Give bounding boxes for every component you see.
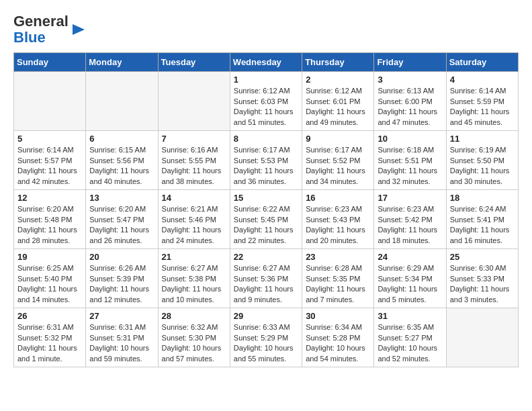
calendar-cell: 22Sunrise: 6:27 AMSunset: 5:36 PMDayligh… [230,249,302,308]
calendar-cell: 11Sunrise: 6:19 AMSunset: 5:50 PMDayligh… [446,131,518,190]
calendar-cell: 3Sunrise: 6:13 AMSunset: 6:00 PMDaylight… [374,72,446,131]
calendar-cell: 6Sunrise: 6:15 AMSunset: 5:56 PMDaylight… [86,131,158,190]
calendar-cell: 18Sunrise: 6:24 AMSunset: 5:41 PMDayligh… [446,190,518,249]
weekday-header: Saturday [446,53,518,72]
day-number: 14 [162,193,226,203]
calendar-cell [14,72,86,131]
calendar-cell: 26Sunrise: 6:31 AMSunset: 5:32 PMDayligh… [14,308,86,367]
calendar-cell: 1Sunrise: 6:12 AMSunset: 6:03 PMDaylight… [230,72,302,131]
cell-info: Sunrise: 6:24 AMSunset: 5:41 PMDaylight:… [450,204,515,246]
calendar-cell: 21Sunrise: 6:27 AMSunset: 5:38 PMDayligh… [158,249,230,308]
calendar-cell [86,72,158,131]
day-number: 10 [378,134,442,144]
calendar-cell: 9Sunrise: 6:17 AMSunset: 5:52 PMDaylight… [302,131,374,190]
cell-info: Sunrise: 6:20 AMSunset: 5:47 PMDaylight:… [89,204,154,246]
cell-info: Sunrise: 6:29 AMSunset: 5:34 PMDaylight:… [378,263,442,305]
calendar-cell: 25Sunrise: 6:30 AMSunset: 5:33 PMDayligh… [446,249,518,308]
day-number: 15 [234,193,298,203]
calendar-week-row: 5Sunrise: 6:14 AMSunset: 5:57 PMDaylight… [14,131,519,190]
cell-info: Sunrise: 6:20 AMSunset: 5:48 PMDaylight:… [17,204,82,246]
day-number: 7 [162,134,226,144]
day-number: 29 [234,311,298,321]
day-number: 8 [234,134,298,144]
calendar-cell: 28Sunrise: 6:32 AMSunset: 5:30 PMDayligh… [158,308,230,367]
day-number: 28 [162,311,226,321]
calendar-cell: 31Sunrise: 6:35 AMSunset: 5:27 PMDayligh… [374,308,446,367]
day-number: 26 [17,311,82,321]
calendar-cell: 24Sunrise: 6:29 AMSunset: 5:34 PMDayligh… [374,249,446,308]
cell-info: Sunrise: 6:30 AMSunset: 5:33 PMDaylight:… [450,263,515,305]
cell-info: Sunrise: 6:31 AMSunset: 5:31 PMDaylight:… [89,322,154,364]
logo: General Blue [13,13,86,46]
day-number: 22 [234,252,298,262]
calendar-cell: 17Sunrise: 6:23 AMSunset: 5:42 PMDayligh… [374,190,446,249]
calendar-week-row: 19Sunrise: 6:25 AMSunset: 5:40 PMDayligh… [14,249,519,308]
cell-info: Sunrise: 6:15 AMSunset: 5:56 PMDaylight:… [89,145,154,187]
calendar-cell: 12Sunrise: 6:20 AMSunset: 5:48 PMDayligh… [14,190,86,249]
cell-info: Sunrise: 6:17 AMSunset: 5:53 PMDaylight:… [234,145,298,187]
cell-info: Sunrise: 6:19 AMSunset: 5:50 PMDaylight:… [450,145,515,187]
day-number: 11 [450,134,515,144]
cell-info: Sunrise: 6:31 AMSunset: 5:32 PMDaylight:… [17,322,82,364]
day-number: 20 [89,252,154,262]
day-number: 4 [450,75,515,85]
day-number: 13 [89,193,154,203]
weekday-header: Thursday [302,53,374,72]
calendar-cell: 15Sunrise: 6:22 AMSunset: 5:45 PMDayligh… [230,190,302,249]
day-number: 9 [306,134,370,144]
day-number: 30 [306,311,370,321]
day-number: 12 [17,193,82,203]
calendar-cell [446,308,518,367]
day-number: 17 [378,193,442,203]
day-number: 18 [450,193,515,203]
cell-info: Sunrise: 6:26 AMSunset: 5:39 PMDaylight:… [89,263,154,305]
day-number: 1 [234,75,298,85]
calendar-week-row: 12Sunrise: 6:20 AMSunset: 5:48 PMDayligh… [14,190,519,249]
calendar-cell: 5Sunrise: 6:14 AMSunset: 5:57 PMDaylight… [14,131,86,190]
calendar-cell: 14Sunrise: 6:21 AMSunset: 5:46 PMDayligh… [158,190,230,249]
cell-info: Sunrise: 6:22 AMSunset: 5:45 PMDaylight:… [234,204,298,246]
calendar-header-row: SundayMondayTuesdayWednesdayThursdayFrid… [14,53,519,72]
calendar-cell: 27Sunrise: 6:31 AMSunset: 5:31 PMDayligh… [86,308,158,367]
day-number: 5 [17,134,82,144]
calendar-cell: 29Sunrise: 6:33 AMSunset: 5:29 PMDayligh… [230,308,302,367]
cell-info: Sunrise: 6:14 AMSunset: 5:57 PMDaylight:… [17,145,82,187]
calendar-cell: 16Sunrise: 6:23 AMSunset: 5:43 PMDayligh… [302,190,374,249]
day-number: 24 [378,252,442,262]
weekday-header: Friday [374,53,446,72]
cell-info: Sunrise: 6:16 AMSunset: 5:55 PMDaylight:… [162,145,226,187]
day-number: 19 [17,252,82,262]
cell-info: Sunrise: 6:23 AMSunset: 5:43 PMDaylight:… [306,204,370,246]
calendar-cell: 10Sunrise: 6:18 AMSunset: 5:51 PMDayligh… [374,131,446,190]
day-number: 25 [450,252,515,262]
calendar-cell: 13Sunrise: 6:20 AMSunset: 5:47 PMDayligh… [86,190,158,249]
cell-info: Sunrise: 6:18 AMSunset: 5:51 PMDaylight:… [378,145,442,187]
day-number: 23 [306,252,370,262]
calendar-cell: 23Sunrise: 6:28 AMSunset: 5:35 PMDayligh… [302,249,374,308]
calendar-cell: 30Sunrise: 6:34 AMSunset: 5:28 PMDayligh… [302,308,374,367]
cell-info: Sunrise: 6:27 AMSunset: 5:38 PMDaylight:… [162,263,226,305]
logo-text: General Blue [13,13,69,46]
cell-info: Sunrise: 6:12 AMSunset: 6:01 PMDaylight:… [306,86,370,128]
calendar-week-row: 1Sunrise: 6:12 AMSunset: 6:03 PMDaylight… [14,72,519,131]
cell-info: Sunrise: 6:28 AMSunset: 5:35 PMDaylight:… [306,263,370,305]
day-number: 3 [378,75,442,85]
day-number: 6 [89,134,154,144]
cell-info: Sunrise: 6:34 AMSunset: 5:28 PMDaylight:… [306,322,370,364]
page-header: General Blue [13,13,519,46]
cell-info: Sunrise: 6:21 AMSunset: 5:46 PMDaylight:… [162,204,226,246]
calendar-cell: 7Sunrise: 6:16 AMSunset: 5:55 PMDaylight… [158,131,230,190]
day-number: 27 [89,311,154,321]
calendar-week-row: 26Sunrise: 6:31 AMSunset: 5:32 PMDayligh… [14,308,519,367]
cell-info: Sunrise: 6:23 AMSunset: 5:42 PMDaylight:… [378,204,442,246]
cell-info: Sunrise: 6:13 AMSunset: 6:00 PMDaylight:… [378,86,442,128]
cell-info: Sunrise: 6:33 AMSunset: 5:29 PMDaylight:… [234,322,298,364]
calendar-table: SundayMondayTuesdayWednesdayThursdayFrid… [13,52,519,367]
calendar-body: 1Sunrise: 6:12 AMSunset: 6:03 PMDaylight… [14,72,519,367]
calendar-cell: 4Sunrise: 6:14 AMSunset: 5:59 PMDaylight… [446,72,518,131]
day-number: 31 [378,311,442,321]
cell-info: Sunrise: 6:25 AMSunset: 5:40 PMDaylight:… [17,263,82,305]
calendar-cell: 8Sunrise: 6:17 AMSunset: 5:53 PMDaylight… [230,131,302,190]
weekday-header: Wednesday [230,53,302,72]
cell-info: Sunrise: 6:14 AMSunset: 5:59 PMDaylight:… [450,86,515,128]
